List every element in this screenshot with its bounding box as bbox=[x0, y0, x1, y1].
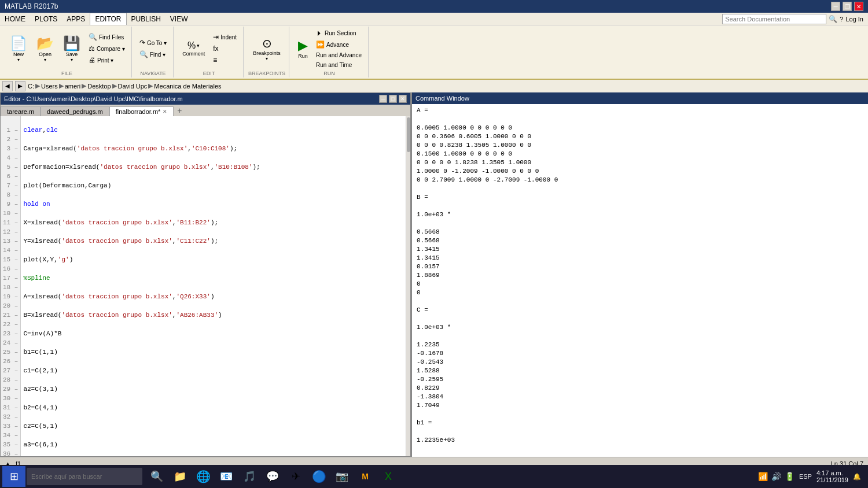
taskbar-app-photos[interactable]: 📷 bbox=[331, 466, 353, 487]
cmd-a-row6: 1.0000 0 -1.2009 -1.0000 0 0 0 0 bbox=[417, 167, 863, 176]
taskbar-app-cortana[interactable]: 🔍 bbox=[146, 466, 168, 487]
compare-button[interactable]: ⚖ Compare ▾ bbox=[86, 43, 128, 54]
path-mecanica: Mecanica de Materiales bbox=[154, 83, 221, 90]
navigate-group-label: NAVIGATE bbox=[140, 71, 165, 76]
ribbon-group-navigate: ↷ Go To ▾ 🔍 Find ▾ NAVIGATE bbox=[133, 27, 174, 77]
editor-minimize-btn[interactable]: ─ bbox=[379, 95, 387, 103]
menu-editor[interactable]: EDITOR bbox=[90, 13, 126, 25]
editor-close-btn[interactable]: ✕ bbox=[399, 95, 407, 103]
run-button[interactable]: ▶ Run bbox=[294, 36, 312, 61]
tray-volume-icon: 🔊 bbox=[771, 472, 781, 481]
search-icon: 🔍 bbox=[829, 15, 837, 23]
edit-buttons: % ▾ Comment ⇥ Indent fx ≡ bbox=[178, 28, 240, 69]
tray-battery-icon: 🔋 bbox=[785, 472, 795, 481]
code-line-2: Carga=xlsread('datos traccion grupo b.xl… bbox=[23, 144, 403, 153]
find-button[interactable]: 🔍 Find ▾ bbox=[137, 49, 170, 60]
menu-home[interactable]: HOME bbox=[0, 13, 30, 25]
menu-plots[interactable]: PLOTS bbox=[30, 13, 62, 25]
goto-button[interactable]: ↷ Go To ▾ bbox=[137, 38, 170, 48]
print-icon: 🖨 bbox=[89, 56, 95, 64]
taskbar-app-music[interactable]: 🎵 bbox=[238, 466, 260, 487]
taskbar-app-files[interactable]: 📁 bbox=[169, 466, 191, 487]
editor-controls: ─ □ ✕ bbox=[379, 95, 407, 103]
breakpoints-button[interactable]: ⊙ Breakpoints ▾ bbox=[249, 35, 285, 63]
command-panel: Command Window A = 0.6005 1.0000 0 0 0 0… bbox=[411, 93, 868, 457]
menu-view[interactable]: VIEW bbox=[165, 13, 193, 25]
cmd-c-r1: 1.2235 bbox=[417, 341, 863, 349]
search-documentation-input[interactable] bbox=[722, 14, 826, 24]
back-btn[interactable]: ◀ bbox=[2, 81, 13, 91]
run-section-button[interactable]: ⏵ Run Section bbox=[313, 28, 365, 38]
run-sub-buttons: ⏵ Run Section ⏩ Advance Run and Advance … bbox=[313, 28, 365, 69]
code-content[interactable]: clear,clc Carga=xlsread('datos traccion … bbox=[21, 116, 406, 456]
tab-tareare[interactable]: tareare.m bbox=[1, 106, 41, 116]
run-icon: ▶ bbox=[298, 38, 308, 53]
code-line-11: B=xlsread('datos traccion grupo b.xlsx',… bbox=[23, 310, 403, 320]
editor-restore-btn[interactable]: □ bbox=[389, 95, 397, 103]
open-button[interactable]: 📂 Open ▾ bbox=[32, 34, 58, 64]
tab-add-btn[interactable]: + bbox=[174, 105, 185, 116]
new-button[interactable]: 📄 New ▾ bbox=[6, 34, 31, 64]
code-line-12: C=inv(A)*B bbox=[23, 329, 403, 338]
scroll-thumb[interactable] bbox=[407, 117, 410, 152]
indent-button[interactable]: ⇥ Indent bbox=[210, 32, 240, 42]
cmd-c-r4: 1.5288 bbox=[417, 367, 863, 375]
taskbar-app-whatsapp[interactable]: 💬 bbox=[262, 466, 284, 487]
code-line-10: A=xlsread('datos traccion grupo b.xlsx',… bbox=[23, 292, 403, 301]
cmd-b-r1: 0.5668 bbox=[417, 228, 863, 236]
taskbar-app-chrome[interactable]: 🔵 bbox=[308, 466, 330, 487]
code-area[interactable]: 1 – 2 – 3 – 4 – 5 – 6 – 7 – 8 – 9 – 10 –… bbox=[1, 116, 410, 456]
cmd-a-row1: 0.6005 1.0000 0 0 0 0 0 0 bbox=[417, 124, 863, 132]
user-icon[interactable]: Log In bbox=[845, 16, 863, 23]
code-line-17: c2=C(5,1) bbox=[23, 422, 403, 431]
editor-title: Editor - C:\Users\ameri\Desktop\David Up… bbox=[4, 95, 183, 102]
breakpoints-buttons: ⊙ Breakpoints ▾ bbox=[249, 28, 285, 69]
taskbar-search-input[interactable] bbox=[27, 468, 142, 485]
cmd-b-r3: 1.3415 bbox=[417, 245, 863, 254]
print-button[interactable]: 🖨 Print ▾ bbox=[86, 55, 128, 65]
taskbar-app-excel[interactable]: X bbox=[377, 466, 399, 487]
advance-button[interactable]: ⏩ Advance bbox=[313, 39, 365, 50]
command-titlebar: Command Window bbox=[412, 93, 868, 104]
code-line-4: plot(Deformacion,Carga) bbox=[23, 181, 403, 190]
editor-scrollbar[interactable] bbox=[406, 116, 410, 456]
taskbar-app-edge[interactable]: 🌐 bbox=[192, 466, 214, 487]
run-and-time-button[interactable]: Run and Time bbox=[313, 61, 365, 69]
minimize-btn[interactable]: ─ bbox=[831, 2, 840, 11]
code-line-18: a3=C(6,1) bbox=[23, 440, 403, 449]
save-button[interactable]: 💾 Save ▾ bbox=[59, 34, 84, 64]
tab-close-icon[interactable]: ✕ bbox=[163, 109, 167, 114]
find-files-button[interactable]: 🔍 Find Files bbox=[86, 32, 128, 42]
fx-button[interactable]: fx bbox=[210, 43, 240, 54]
window-title: MATLAB R2017b bbox=[5, 2, 58, 10]
taskbar-app-telegram[interactable]: ✈ bbox=[285, 466, 307, 487]
help-icon[interactable]: ? bbox=[840, 16, 843, 23]
command-content[interactable]: A = 0.6005 1.0000 0 0 0 0 0 0 0 0 0.3606… bbox=[412, 104, 868, 457]
cmd-b-r8: 0 bbox=[417, 289, 863, 297]
taskbar-app-mail[interactable]: 📧 bbox=[215, 466, 237, 487]
cmd-b-r5: 0.0157 bbox=[417, 263, 863, 271]
forward-btn[interactable]: ▶ bbox=[15, 81, 25, 91]
format-button[interactable]: ≡ bbox=[210, 55, 240, 65]
comment-button[interactable]: % ▾ Comment bbox=[178, 39, 209, 58]
edit-sub-buttons: ⇥ Indent fx ≡ bbox=[210, 32, 240, 65]
menu-apps[interactable]: APPS bbox=[62, 13, 90, 25]
run-and-advance-button[interactable]: Run and Advance bbox=[313, 51, 365, 60]
taskbar-app-matlab[interactable]: M bbox=[354, 466, 376, 487]
cmd-a-row2: 0 0 0.3606 0.6005 1.0000 0 0 0 bbox=[417, 132, 863, 141]
taskbar-tray: 📶 🔊 🔋 ESP 4:17 a.m. 21/11/2019 🔔 bbox=[758, 469, 866, 483]
tab-daweed[interactable]: daweed_pedrugs.m bbox=[41, 106, 109, 116]
cmd-b-r7: 0 bbox=[417, 280, 863, 289]
code-line-16: b2=C(4,1) bbox=[23, 403, 403, 412]
tray-notification-icon[interactable]: 🔔 bbox=[853, 473, 861, 480]
cmd-b-r4: 1.3415 bbox=[417, 254, 863, 263]
tray-icons: 📶 🔊 🔋 bbox=[758, 472, 795, 481]
open-icon: 📂 bbox=[36, 35, 54, 51]
code-line-8: plot(X,Y,'g') bbox=[23, 255, 403, 264]
start-button[interactable]: ⊞ bbox=[2, 466, 25, 487]
tab-finalborrador[interactable]: finalborrador.m* ✕ bbox=[109, 106, 174, 116]
ribbon-group-file: 📄 New ▾ 📂 Open ▾ 💾 Save ▾ 🔍 bbox=[2, 27, 132, 77]
close-btn[interactable]: ✕ bbox=[854, 2, 863, 11]
restore-btn[interactable]: ❐ bbox=[843, 2, 852, 11]
menu-publish[interactable]: PUBLISH bbox=[127, 13, 165, 25]
